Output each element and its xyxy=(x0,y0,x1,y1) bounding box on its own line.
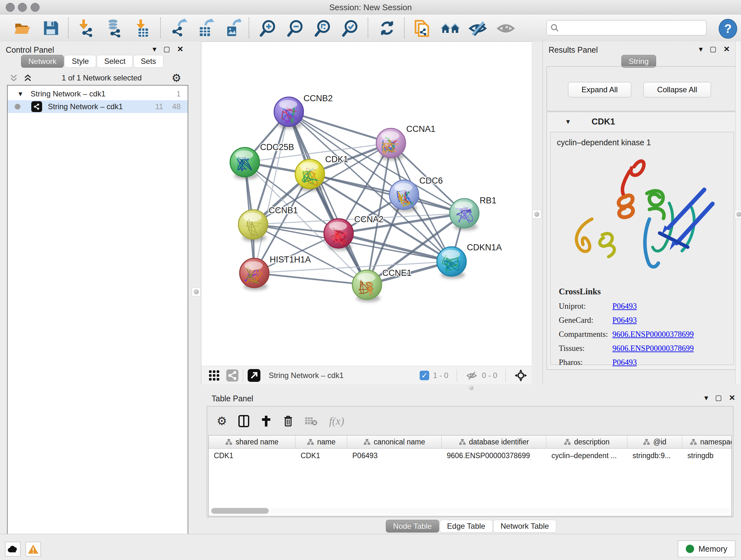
expand-all-icon[interactable] xyxy=(23,74,32,82)
cloud-status-button[interactable] xyxy=(5,542,20,557)
column-header-description[interactable]: description xyxy=(546,435,627,448)
column-header--id[interactable]: @id xyxy=(627,435,682,448)
delete-table-icon[interactable] xyxy=(305,416,318,426)
network-node-HIST1H1A[interactable]: HIST1H1A xyxy=(240,255,311,290)
table-row[interactable]: CDK1CDK1P064939606.ENSP00000378699cyclin… xyxy=(209,449,731,462)
hide-selected-button[interactable] xyxy=(468,18,488,38)
table-horizontal-scrollbar[interactable] xyxy=(211,508,730,514)
tab-select[interactable]: Select xyxy=(97,55,133,68)
close-panel-icon[interactable]: ✕ xyxy=(724,45,730,54)
tab-edge-table[interactable]: Edge Table xyxy=(440,520,493,533)
left-splitter-handle[interactable] xyxy=(192,287,201,296)
export-network-button[interactable] xyxy=(169,18,188,38)
horizontal-splitter[interactable] xyxy=(201,384,741,392)
tab-network[interactable]: Network xyxy=(21,55,64,68)
tab-sets[interactable]: Sets xyxy=(133,55,163,68)
zoom-selected-button[interactable] xyxy=(341,18,360,38)
export-image-button[interactable] xyxy=(222,18,242,38)
birds-eye-view-icon[interactable] xyxy=(514,369,528,382)
delete-column-icon[interactable] xyxy=(283,415,293,427)
network-node-CDC6[interactable]: CDC6 xyxy=(389,176,443,212)
node-table[interactable]: shared namenamecanonical namedatabase id… xyxy=(208,435,732,516)
search-input[interactable] xyxy=(561,23,706,33)
table-cell[interactable]: cyclin–dependent ... xyxy=(546,449,627,462)
network-edge[interactable] xyxy=(289,112,391,143)
export-table-button[interactable] xyxy=(195,18,215,38)
tab-style[interactable]: Style xyxy=(64,55,96,68)
import-network-database-button[interactable] xyxy=(104,18,124,38)
column-header-canonical-name[interactable]: canonical name xyxy=(347,435,442,448)
crosslink-link[interactable]: 9606.ENSP00000378699 xyxy=(612,344,694,353)
close-panel-icon[interactable]: ✕ xyxy=(729,393,735,402)
grid-view-icon[interactable] xyxy=(208,370,220,381)
network-node-RB1[interactable]: RB1 xyxy=(450,196,496,231)
detach-view-icon[interactable] xyxy=(248,369,260,382)
crosslink-link[interactable]: P06493 xyxy=(612,316,636,325)
crosslink-link[interactable]: 9606.ENSP00000378699 xyxy=(612,330,694,339)
maximize-panel-icon[interactable]: ▢ xyxy=(163,45,170,53)
right-splitter-handle[interactable] xyxy=(532,210,541,219)
refresh-view-button[interactable] xyxy=(377,18,397,38)
float-panel-icon[interactable]: ▾ xyxy=(704,393,708,402)
column-header-namespace[interactable]: namespace xyxy=(682,435,732,448)
network-node-CDC25B[interactable]: CDC25B xyxy=(230,142,294,179)
memory-button[interactable]: Memory xyxy=(678,541,735,557)
first-neighbors-button[interactable] xyxy=(441,18,460,38)
tab-network-table[interactable]: Network Table xyxy=(493,520,556,533)
crosslink-link[interactable]: P06493 xyxy=(612,358,636,367)
table-options-gear-icon[interactable]: ⚙ xyxy=(217,415,227,428)
network-canvas[interactable]: CCNB2CCNA1CDC25BCDK1CDC6RB1CCNB1CCNA2CDK… xyxy=(201,42,532,367)
network-collection-row[interactable]: ▼ String Network – cdk1 1 xyxy=(8,87,188,100)
scrollbar-thumb[interactable] xyxy=(211,508,269,514)
column-header-database-identifier[interactable]: database identifier xyxy=(442,435,546,448)
column-header-shared-name[interactable]: shared name xyxy=(209,435,295,448)
tab-string[interactable]: String xyxy=(621,55,656,68)
show-all-button[interactable] xyxy=(496,18,516,38)
help-button[interactable]: ? xyxy=(719,19,737,39)
network-node-CCNA2[interactable]: CCNA2 xyxy=(324,214,384,251)
open-session-button[interactable] xyxy=(12,18,32,38)
import-table-button[interactable] xyxy=(133,18,152,38)
close-panel-icon[interactable]: ✕ xyxy=(177,45,184,54)
function-builder-icon[interactable]: f(x) xyxy=(329,415,344,427)
zoom-in-button[interactable] xyxy=(259,18,278,38)
table-cell[interactable]: stringdb xyxy=(682,449,732,462)
left-splitter[interactable] xyxy=(191,42,201,385)
save-session-button[interactable] xyxy=(41,18,61,38)
selected-checkbox-icon[interactable]: ✓ xyxy=(420,371,429,380)
add-column-icon[interactable] xyxy=(261,415,272,427)
network-options-gear-icon[interactable]: ⚙ xyxy=(172,71,181,84)
tab-node-table[interactable]: Node Table xyxy=(386,520,439,533)
maximize-panel-icon[interactable]: ▢ xyxy=(715,394,722,402)
network-graph[interactable]: CCNB2CCNA1CDC25BCDK1CDC6RB1CCNB1CCNA2CDK… xyxy=(201,42,532,366)
network-node-CDKN1A[interactable]: CDKN1A xyxy=(437,243,502,279)
collapse-all-icon[interactable] xyxy=(10,74,18,82)
column-header-name[interactable]: name xyxy=(295,435,347,448)
collapse-all-button[interactable]: Collapse All xyxy=(643,82,711,98)
warning-status-button[interactable] xyxy=(25,542,41,557)
zoom-out-button[interactable] xyxy=(286,18,306,38)
network-edge[interactable] xyxy=(254,273,367,285)
table-cell[interactable]: stringdb:9... xyxy=(627,449,682,462)
section-expander-icon[interactable]: ▼ xyxy=(565,118,571,125)
network-row-selected[interactable]: String Network – cdk1 11 48 xyxy=(8,100,188,113)
results-edge-handle[interactable] xyxy=(735,210,741,219)
crosslink-link[interactable]: P06493 xyxy=(612,302,636,311)
right-splitter[interactable] xyxy=(532,42,542,385)
table-cell[interactable]: 9606.ENSP00000378699 xyxy=(442,449,546,462)
table-cell[interactable]: P06493 xyxy=(347,449,442,462)
new-network-from-selection-button[interactable] xyxy=(412,18,432,38)
network-node-CCNB2[interactable]: CCNB2 xyxy=(274,94,333,129)
share-view-icon[interactable] xyxy=(226,369,239,381)
table-cell[interactable]: CDK1 xyxy=(209,449,295,462)
collection-expander-icon[interactable]: ▼ xyxy=(17,90,23,98)
maximize-panel-icon[interactable]: ▢ xyxy=(710,45,717,53)
horizontal-splitter-handle[interactable] xyxy=(469,386,474,390)
network-node-CCNA1[interactable]: CCNA1 xyxy=(376,124,435,160)
zoom-fit-button[interactable] xyxy=(313,18,333,38)
float-panel-icon[interactable]: ▾ xyxy=(699,45,703,54)
expand-all-button[interactable]: Expand All xyxy=(568,82,631,98)
float-panel-icon[interactable]: ▾ xyxy=(152,45,156,54)
gene-section-header[interactable]: ▼ CDK1 xyxy=(547,112,737,131)
show-columns-icon[interactable] xyxy=(239,415,249,427)
